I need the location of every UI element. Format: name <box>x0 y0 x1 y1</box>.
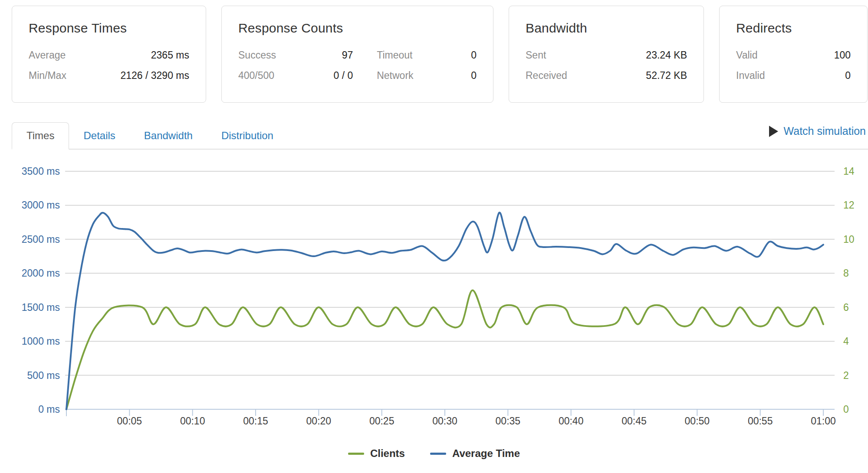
stat-value: 2126 / 3290 ms <box>120 65 189 86</box>
stat-label: Average <box>29 45 66 65</box>
times-line-chart: 0 ms500 ms1000 ms1500 ms2000 ms2500 ms30… <box>0 160 868 440</box>
x-axis-tick-label: 00:20 <box>306 415 332 427</box>
tab-bandwidth[interactable]: Bandwidth <box>130 123 207 149</box>
card-title: Redirects <box>736 20 851 36</box>
stat-row: 400/500 0 / 0 <box>238 65 353 86</box>
clients-line <box>66 290 823 410</box>
stats-row: Response Times Average 2365 ms Min/Max 2… <box>0 0 868 103</box>
stat-row: Valid 100 <box>736 45 851 65</box>
legend-swatch-average-time <box>430 453 446 455</box>
stat-label: Min/Max <box>29 65 66 86</box>
x-axis-tick-label: 00:45 <box>621 415 647 427</box>
left-axis-tick-label: 1500 ms <box>22 302 60 313</box>
stat-card-redirects: Redirects Valid 100 Invalid 0 <box>719 6 868 103</box>
stat-value: 0 / 0 <box>333 65 353 86</box>
stat-label: Success <box>238 45 276 65</box>
x-axis-tick-label: 00:25 <box>369 415 395 427</box>
stat-card-bandwidth: Bandwidth Sent 23.24 KB Received 52.72 K… <box>509 6 704 103</box>
stat-label: Timeout <box>377 45 412 65</box>
right-axis-tick-label: 12 <box>843 199 855 211</box>
stat-row: Average 2365 ms <box>29 45 189 65</box>
card-title: Response Counts <box>238 20 477 36</box>
right-axis-tick-label: 4 <box>843 336 849 347</box>
x-axis-tick-label: 00:10 <box>180 415 205 427</box>
play-icon <box>769 126 778 137</box>
legend-item-clients: Clients <box>348 447 405 460</box>
left-axis-tick-label: 2500 ms <box>22 234 60 245</box>
stat-row: Invalid 0 <box>736 65 851 86</box>
right-axis-tick-label: 10 <box>843 234 855 245</box>
card-title: Bandwidth <box>526 20 687 36</box>
stat-card-response-times: Response Times Average 2365 ms Min/Max 2… <box>12 6 206 103</box>
right-axis-tick-label: 0 <box>843 404 849 415</box>
tab-times[interactable]: Times <box>12 122 69 150</box>
stat-value: 52.72 KB <box>646 65 687 86</box>
left-axis-tick-label: 2000 ms <box>22 267 60 279</box>
x-axis-tick-label: 01:00 <box>811 415 836 427</box>
stat-value: 0 <box>471 45 477 65</box>
stat-row: Min/Max 2126 / 3290 ms <box>29 65 189 86</box>
stat-value: 2365 ms <box>151 45 189 65</box>
left-axis-tick-label: 3000 ms <box>22 199 60 211</box>
stat-row: Success 97 <box>238 45 353 65</box>
stat-label: Network <box>377 65 413 86</box>
watch-simulation-link[interactable]: Watch simulation <box>769 125 866 137</box>
stat-row: Received 52.72 KB <box>526 65 687 86</box>
stat-label: Received <box>526 65 567 86</box>
stat-value: 100 <box>834 45 851 65</box>
chart-tab-bar: TimesDetailsBandwidthDistribution Watch … <box>12 122 868 150</box>
legend-item-average-time: Average Time <box>430 447 520 460</box>
chart-legend: ClientsAverage Time <box>0 447 868 460</box>
stat-value: 23.24 KB <box>646 45 687 65</box>
average-time-line <box>66 212 823 409</box>
x-axis-tick-label: 00:55 <box>748 415 773 427</box>
stat-label: Invalid <box>736 65 765 86</box>
tab-details[interactable]: Details <box>69 123 129 149</box>
x-axis-tick-label: 00:05 <box>117 415 142 427</box>
stat-label: Valid <box>736 45 757 65</box>
left-axis-tick-label: 500 ms <box>27 370 60 381</box>
x-axis-tick-label: 00:30 <box>432 415 457 427</box>
chart-tabs: TimesDetailsBandwidthDistribution <box>12 122 288 149</box>
right-axis-tick-label: 2 <box>843 370 849 381</box>
tab-distribution[interactable]: Distribution <box>207 123 288 149</box>
stat-value: 97 <box>342 45 353 65</box>
stat-row: Timeout 0 <box>377 45 477 65</box>
legend-swatch-clients <box>348 453 364 455</box>
stat-label: Sent <box>526 45 546 65</box>
left-axis-tick-label: 3500 ms <box>22 166 60 177</box>
left-axis-tick-label: 0 ms <box>38 404 60 415</box>
stat-row: Network 0 <box>377 65 477 86</box>
legend-label: Average Time <box>452 447 520 460</box>
x-axis-tick-label: 00:35 <box>496 415 521 427</box>
card-title: Response Times <box>29 20 189 36</box>
stat-card-response-counts: Response Counts Success 97 Timeout 0 400… <box>221 6 493 103</box>
right-axis-tick-label: 14 <box>843 166 855 177</box>
x-axis-tick-label: 00:50 <box>685 415 710 427</box>
right-axis-tick-label: 6 <box>843 302 849 313</box>
x-axis-tick-label: 00:15 <box>243 415 268 427</box>
right-axis-tick-label: 8 <box>843 267 849 279</box>
watch-simulation-label: Watch simulation <box>784 125 866 137</box>
x-axis-tick-label: 00:40 <box>559 415 584 427</box>
legend-label: Clients <box>370 447 405 460</box>
left-axis-tick-label: 1000 ms <box>22 336 60 347</box>
stat-value: 0 <box>471 65 477 86</box>
times-chart: 0 ms500 ms1000 ms1500 ms2000 ms2500 ms30… <box>0 160 868 460</box>
stat-label: 400/500 <box>238 65 274 86</box>
stat-value: 0 <box>845 65 851 86</box>
stat-row: Sent 23.24 KB <box>526 45 687 65</box>
